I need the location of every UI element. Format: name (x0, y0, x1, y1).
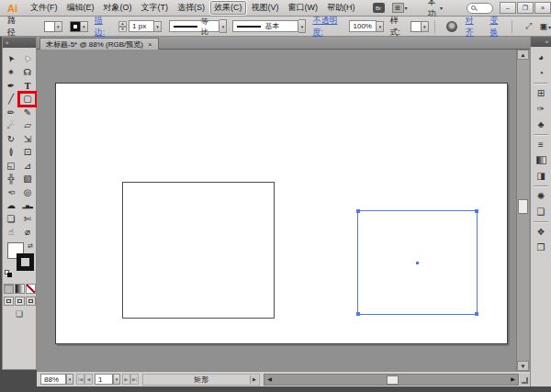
dock-header[interactable]: « (531, 37, 551, 47)
anchor-point[interactable] (475, 312, 478, 316)
menu-file[interactable]: 文件(F) (26, 0, 62, 16)
bridge-icon[interactable]: Br (373, 3, 385, 13)
blend-tool[interactable]: ◎ (19, 185, 36, 199)
scroll-up-icon[interactable]: ▲ (517, 50, 529, 60)
free-transform-tool[interactable]: ⊡ (19, 146, 36, 160)
default-fill-stroke-icon[interactable] (5, 270, 12, 277)
shape-builder-tool[interactable]: ◱ (3, 159, 19, 173)
menu-type[interactable]: 文字(T) (137, 0, 174, 16)
previous-artboard-button[interactable]: ◀ (84, 374, 93, 385)
gradient-button[interactable] (15, 284, 25, 294)
resize-grip[interactable] (520, 374, 530, 386)
blob-brush-tool[interactable]: ☄ (3, 119, 19, 133)
close-button[interactable]: × (534, 2, 551, 14)
none-button[interactable] (26, 284, 36, 294)
pencil-tool[interactable]: ✎ (19, 106, 36, 119)
scroll-right-icon[interactable]: ▶ (509, 375, 517, 385)
selection-tool[interactable]: ➤ (3, 52, 19, 66)
menu-edit[interactable]: 编辑(E) (62, 0, 99, 16)
menu-window[interactable]: 窗口(W) (284, 0, 323, 16)
eyedropper-tool[interactable]: ✑ (3, 185, 19, 199)
transform-panel-link[interactable]: 变换 (489, 15, 506, 39)
gradient-panel-icon[interactable] (533, 153, 549, 167)
chevron-down-icon[interactable]: ▾ (81, 21, 88, 32)
opacity-combo[interactable]: 100% ▾ (349, 20, 384, 32)
paintbrush-tool[interactable]: ✏ (3, 106, 19, 119)
menu-select[interactable]: 选择(S) (173, 0, 209, 16)
rotate-tool[interactable]: ↻ (3, 132, 19, 146)
slice-tool[interactable]: ✄ (19, 212, 36, 226)
gradient-tool[interactable]: ▧ (19, 173, 36, 186)
stroke-weight-value[interactable]: 1 px (129, 20, 154, 32)
horizontal-scroll-thumb[interactable] (387, 375, 399, 385)
scroll-left-icon[interactable]: ◀ (265, 375, 274, 385)
next-artboard-button[interactable]: ▶ (122, 374, 130, 385)
status-menu-icon[interactable]: ▶ (250, 375, 258, 384)
color-button[interactable] (4, 284, 14, 294)
draw-behind-button[interactable] (15, 297, 25, 306)
stroke-color-combo[interactable]: ▾ (70, 21, 88, 32)
magic-wand-tool[interactable]: ✶ (3, 66, 19, 80)
control-panel-menu-icon[interactable]: ≣ (540, 22, 546, 30)
zoom-dropdown-icon[interactable]: ▾ (66, 374, 73, 385)
chevron-down-icon[interactable]: ▾ (219, 19, 227, 33)
stroke-panel-icon[interactable]: ≡ (533, 138, 549, 151)
opacity-panel-link[interactable]: 不透明度: (312, 15, 347, 39)
drawn-rectangle[interactable] (122, 182, 275, 319)
lasso-tool[interactable]: ☊ (19, 66, 36, 80)
swatches-panel-icon[interactable]: ⊞ (533, 86, 549, 100)
brush-definition-combo[interactable]: 基本 ▾ (232, 19, 306, 33)
hand-tool[interactable]: ☝ (3, 226, 19, 240)
stroke-profile-combo[interactable]: 等比 ▾ (169, 19, 227, 33)
vertical-scrollbar[interactable]: ▲ ▼ (516, 50, 529, 371)
fill-swatch[interactable] (44, 21, 55, 32)
menu-help[interactable]: 帮助(H) (322, 0, 360, 16)
artboard-number-field[interactable]: 1 (95, 374, 113, 385)
anchor-point[interactable] (356, 209, 360, 213)
symbol-sprayer-tool[interactable]: ☁ (3, 199, 19, 213)
close-icon[interactable]: × (148, 40, 152, 49)
stroke-color-well[interactable] (17, 253, 34, 271)
recolor-artwork-icon[interactable] (446, 21, 457, 32)
anchor-point[interactable] (356, 312, 360, 316)
chevron-down-icon[interactable]: ▾ (55, 21, 62, 32)
menu-effect[interactable]: 效果(C) (209, 0, 247, 16)
transparency-panel-icon[interactable]: ◨ (533, 169, 549, 183)
chevron-down-icon[interactable]: ▾ (298, 19, 306, 33)
layers-panel-icon[interactable]: ❖ (533, 225, 549, 239)
color-guide-panel-icon[interactable]: ◔ (533, 66, 549, 80)
align-panel-link[interactable]: 对齐 (466, 15, 482, 39)
type-tool[interactable]: T (19, 79, 36, 93)
screen-mode-button[interactable]: ❏ (16, 309, 23, 319)
perspective-grid-tool[interactable]: ⊿ (19, 159, 36, 173)
eraser-tool[interactable]: ▱ (19, 119, 36, 133)
zoom-level-field[interactable]: 88% (40, 374, 66, 385)
line-segment-tool[interactable]: ╱ (3, 93, 19, 106)
width-tool[interactable]: ≬ (3, 146, 19, 160)
chevron-down-icon[interactable]: ▾ (422, 21, 429, 32)
color-panel-icon[interactable]: ◕ (533, 50, 549, 64)
direct-selection-tool[interactable]: ➤ (19, 52, 36, 66)
horizontal-scrollbar[interactable]: ◀ ▶ (264, 374, 519, 386)
mesh-tool[interactable]: ╬ (3, 173, 19, 186)
appearance-panel-icon[interactable]: ✺ (533, 189, 549, 203)
last-artboard-button[interactable]: ▶| (130, 374, 139, 385)
fill-color-combo[interactable]: ▾ (44, 21, 62, 32)
style-combo[interactable]: ▾ (410, 21, 429, 32)
document-tab[interactable]: 未标题-5* @ 88% (RGB/预览) × (39, 38, 159, 50)
stroke-weight-combo[interactable]: 1 px ▾ (129, 20, 162, 32)
symbols-panel-icon[interactable]: ♣ (533, 118, 549, 131)
menu-view[interactable]: 视图(V) (247, 0, 284, 16)
draw-normal-button[interactable] (4, 297, 14, 306)
artboard-tool[interactable]: ❏ (3, 212, 19, 226)
stroke-swatch[interactable] (70, 21, 81, 32)
menu-object[interactable]: 对象(O) (99, 0, 137, 16)
vertical-scroll-thumb[interactable] (518, 199, 528, 214)
isolate-selected-object-icon[interactable]: ⤢ (525, 21, 532, 31)
graphic-styles-panel-icon[interactable]: ❑ (533, 205, 549, 218)
rectangle-tool[interactable]: ▢ (19, 93, 36, 106)
draw-inside-button[interactable] (26, 297, 36, 306)
artboard-dropdown-icon[interactable]: ▾ (113, 374, 120, 385)
brushes-panel-icon[interactable]: ✑ (533, 102, 549, 116)
selected-rectangle[interactable] (357, 210, 478, 315)
